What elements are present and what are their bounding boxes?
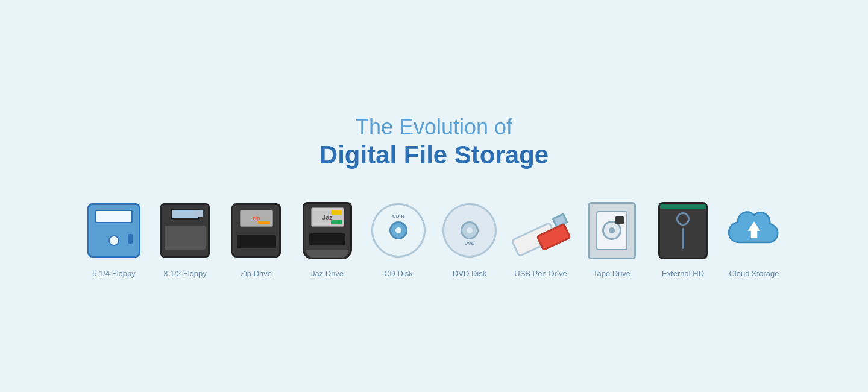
exthd-label: External HD — [662, 269, 704, 278]
cd-label: CD Disk — [384, 269, 413, 278]
cloud-icon — [724, 200, 784, 261]
item-jaz: Jaz Jaz Drive — [297, 200, 357, 278]
item-exthd: External HD — [653, 200, 713, 278]
exthd-icon — [653, 200, 713, 261]
tape-icon — [582, 200, 642, 261]
item-cd: CD-R CD Disk — [368, 200, 429, 278]
item-floppy525: 5 1/4 Floppy — [84, 200, 144, 278]
zip-icon: zip — [226, 200, 286, 261]
floppy525-label: 5 1/4 Floppy — [92, 269, 136, 278]
floppy35-icon — [155, 200, 215, 261]
item-cloud: Cloud Storage — [724, 200, 784, 278]
floppy525-icon — [84, 200, 144, 261]
dvd-icon: DVD — [439, 200, 500, 261]
cloud-label: Cloud Storage — [729, 269, 779, 278]
icons-row: 5 1/4 Floppy 3 1/2 Floppy zip Zip Drive — [84, 200, 784, 278]
item-tape: Tape Drive — [582, 200, 642, 278]
cd-icon: CD-R — [368, 200, 429, 261]
usb-icon — [511, 200, 571, 261]
zip-label: Zip Drive — [241, 269, 272, 278]
title-section: The Evolution of Digital File Storage — [319, 114, 549, 171]
jaz-label: Jaz Drive — [311, 269, 344, 278]
title-line2: Digital File Storage — [319, 140, 549, 170]
title-line1: The Evolution of — [319, 114, 549, 140]
dvd-label: DVD Disk — [453, 269, 486, 278]
floppy35-label: 3 1/2 Floppy — [163, 269, 207, 278]
tape-label: Tape Drive — [593, 269, 631, 278]
item-floppy35: 3 1/2 Floppy — [155, 200, 215, 278]
jaz-icon: Jaz — [297, 200, 357, 261]
usb-label: USB Pen Drive — [514, 269, 567, 278]
item-dvd: DVD DVD Disk — [439, 200, 500, 278]
item-usb: USB Pen Drive — [511, 200, 571, 278]
item-zip: zip Zip Drive — [226, 200, 286, 278]
